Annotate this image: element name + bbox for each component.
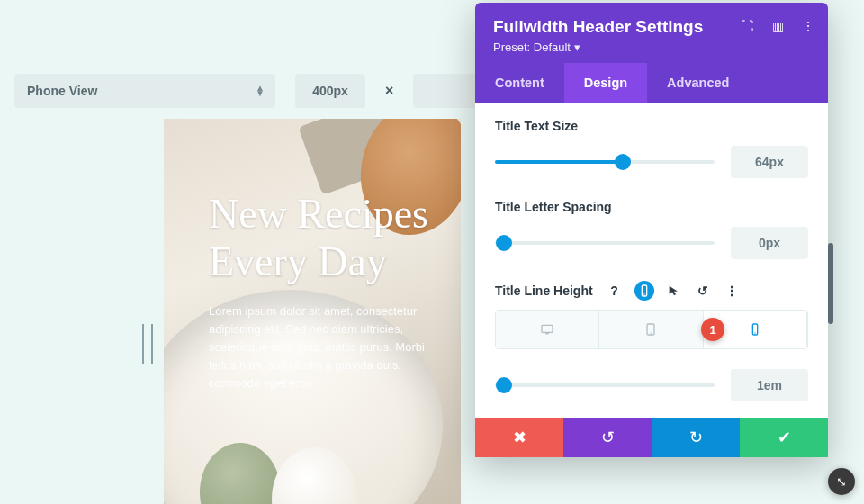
expand-icon[interactable]: ⛶ [740, 19, 754, 33]
preset-selector[interactable]: Preset: Default ▾ [493, 40, 810, 54]
panel-body: Title Text Size 64px Title Letter Spacin… [475, 103, 828, 457]
tab-advanced[interactable]: Advanced [647, 63, 749, 103]
value-title-text-size[interactable]: 64px [731, 146, 808, 178]
redo-button[interactable]: ↻ [652, 418, 740, 457]
hero-text: New Recipes Every Day Lorem ipsum dolor … [209, 191, 452, 392]
svg-point-7 [754, 332, 755, 333]
slider-thumb-icon[interactable] [496, 235, 512, 251]
tab-design[interactable]: Design [564, 63, 647, 103]
height-input[interactable] [413, 74, 483, 108]
hero-body: Lorem ipsum dolor sit amet, consectetur … [209, 302, 452, 393]
width-value: 400px [312, 84, 348, 98]
value-title-letter-spacing[interactable]: 0px [731, 227, 808, 259]
panel-tabs: Content Design Advanced [475, 63, 828, 103]
slider-thumb-icon[interactable] [615, 154, 631, 170]
settings-panel: Fullwidth Header Settings Preset: Defaul… [475, 3, 828, 457]
tab-content[interactable]: Content [475, 63, 564, 103]
control-title-line-height: Title Line Height ? ↺ ⋮ [495, 281, 808, 401]
dimension-multiply: × [385, 83, 393, 99]
slider-title-line-height[interactable] [495, 383, 715, 387]
label-title-line-height: Title Line Height [495, 284, 593, 298]
label-title-letter-spacing: Title Letter Spacing [495, 200, 808, 214]
responsive-toggle-icon[interactable] [634, 281, 654, 301]
width-input[interactable]: 400px [295, 74, 365, 108]
view-mode-select[interactable]: Phone View ▲▼ [14, 74, 275, 108]
view-mode-label: Phone View [27, 84, 97, 98]
control-title-text-size: Title Text Size 64px [495, 119, 808, 178]
white-egg-graphic [272, 447, 357, 504]
help-icon[interactable]: ? [606, 282, 624, 300]
svg-point-5 [651, 332, 652, 333]
panel-footer: ✖ ↺ ↻ ✔ [475, 418, 828, 457]
slider-thumb-icon[interactable] [496, 377, 512, 393]
phone-preview: New Recipes Every Day Lorem ipsum dolor … [164, 119, 461, 504]
preview-drag-handle[interactable] [142, 324, 153, 364]
snap-icon[interactable]: ▥ [770, 19, 785, 33]
hero-title: New Recipes Every Day [209, 191, 452, 286]
hover-pointer-icon[interactable] [665, 282, 683, 300]
svg-rect-3 [545, 333, 549, 334]
undo-button[interactable]: ↺ [563, 418, 652, 457]
control-title-letter-spacing: Title Letter Spacing 0px [495, 200, 808, 259]
slider-title-letter-spacing[interactable] [495, 241, 715, 245]
panel-scrollbar[interactable] [828, 243, 833, 324]
chevron-updown-icon: ▲▼ [256, 86, 265, 96]
slider-title-text-size[interactable] [495, 160, 715, 164]
device-tab-tablet[interactable] [599, 310, 703, 348]
device-tabs: 1 [495, 310, 808, 349]
green-egg-graphic [200, 443, 281, 504]
save-button[interactable]: ✔ [740, 418, 828, 457]
label-title-text-size: Title Text Size [495, 119, 808, 133]
reset-icon[interactable]: ↺ [694, 282, 712, 300]
cancel-button[interactable]: ✖ [475, 418, 563, 457]
builder-toggle-button[interactable]: ⤡ [828, 468, 855, 495]
responsive-toolbar: Phone View ▲▼ 400px × [14, 74, 483, 108]
svg-point-1 [644, 293, 644, 294]
option-dots-icon[interactable]: ⋮ [723, 282, 741, 300]
value-title-line-height[interactable]: 1em [731, 369, 808, 401]
callout-badge: 1 [701, 318, 724, 341]
panel-header[interactable]: Fullwidth Header Settings Preset: Defaul… [475, 3, 828, 63]
menu-dots-icon[interactable]: ⋮ [801, 19, 815, 33]
device-tab-desktop[interactable] [496, 310, 599, 348]
svg-rect-2 [542, 325, 553, 332]
